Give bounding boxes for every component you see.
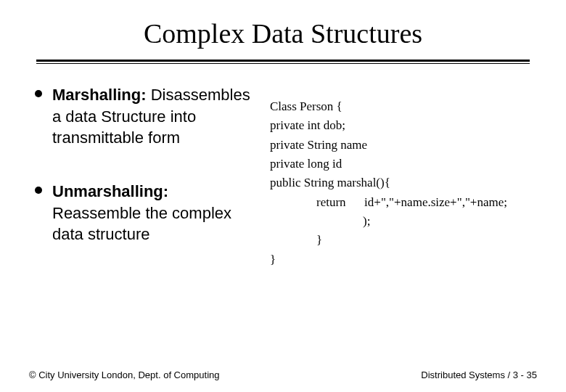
slide-title: Complex Data Structures: [29, 17, 537, 49]
code-line: private int dob;: [270, 116, 531, 135]
bullet-list: Marshalling: Disassembles a data Structu…: [35, 84, 253, 269]
footer-right: Distributed Systems / 3 - 35: [421, 369, 537, 380]
code-line: }: [270, 231, 531, 250]
bullet-term: Unmarshalling:: [52, 182, 168, 200]
slide-body: Marshalling: Disassembles a data Structu…: [29, 84, 537, 269]
list-item: Marshalling: Disassembles a data Structu…: [35, 84, 253, 149]
bullet-desc: Reassemble the complex data structure: [52, 204, 231, 244]
bullet-icon: [35, 90, 42, 97]
code-line: );: [270, 212, 531, 231]
footer-left: © City University London, Dept. of Compu…: [29, 369, 219, 380]
code-line: }: [270, 250, 531, 269]
slide: Complex Data Structures Marshalling: Dis…: [0, 0, 566, 392]
list-item: Unmarshalling: Reassemble the complex da…: [35, 181, 253, 245]
rule-thick: [36, 60, 530, 62]
footer: © City University London, Dept. of Compu…: [29, 369, 537, 380]
code-line: private long id: [270, 155, 531, 173]
rule-thin: [36, 63, 530, 64]
code-line: private String name: [270, 136, 531, 155]
code-line: public String marshal(){: [270, 173, 531, 192]
bullet-text: Unmarshalling: Reassemble the complex da…: [52, 181, 253, 245]
code-line: Class Person {: [270, 97, 531, 116]
bullet-term: Marshalling:: [52, 86, 147, 104]
code-line: return id+","+name.size+","+name;: [270, 193, 531, 212]
bullet-icon: [35, 187, 42, 194]
code-token: id+","+name.size+","+name;: [364, 195, 507, 209]
title-rule: [36, 60, 530, 64]
bullet-text: Marshalling: Disassembles a data Structu…: [52, 84, 253, 149]
code-token: return: [316, 195, 346, 209]
code-block: Class Person { private int dob; private …: [270, 84, 531, 269]
